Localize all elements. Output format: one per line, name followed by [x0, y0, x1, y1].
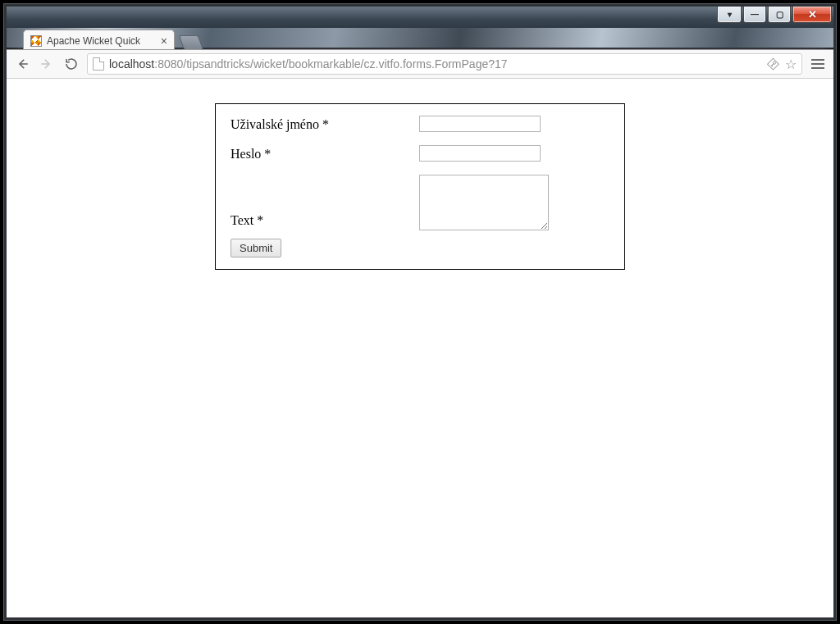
close-icon: ✕ — [808, 9, 817, 20]
gadget-icon: ▾ — [728, 11, 732, 19]
window-gadget-button[interactable]: ▾ — [717, 7, 742, 23]
minimize-icon: — — [751, 11, 759, 19]
nav-reload-button[interactable] — [62, 55, 80, 73]
window-maximize-button[interactable]: ▢ — [768, 7, 791, 23]
tab-title: Apache Wicket Quick — [47, 35, 156, 47]
hamburger-icon — [811, 59, 824, 61]
new-tab-button[interactable] — [179, 35, 204, 50]
window-close-button[interactable]: ✕ — [792, 7, 832, 23]
text-textarea[interactable] — [419, 175, 549, 230]
tab-strip: Apache Wicket Quick × — [7, 28, 833, 51]
password-label: Heslo * — [231, 145, 419, 162]
browser-tab[interactable]: Apache Wicket Quick × — [23, 30, 175, 51]
username-label: Uživalské jméno * — [231, 116, 419, 132]
url-host: localhost — [109, 57, 154, 71]
username-input[interactable] — [419, 116, 541, 132]
text-label: Text * — [231, 212, 419, 230]
chrome-menu-button[interactable] — [809, 55, 827, 73]
window-titlebar: ▾ — ▢ ✕ — [7, 7, 833, 28]
submit-button[interactable]: Submit — [231, 239, 281, 257]
tab-close-icon[interactable]: × — [161, 35, 167, 47]
browser-toolbar: localhost:8080/tipsandtricks/wicket/book… — [7, 49, 833, 79]
favicon-icon — [30, 35, 42, 47]
form-container: Uživalské jméno * Heslo * Text * Submit — [215, 103, 625, 270]
window-minimize-button[interactable]: — — [743, 7, 766, 23]
arrow-left-icon — [15, 57, 30, 71]
bookmark-star-icon[interactable]: ☆ — [785, 57, 797, 72]
page-icon — [93, 57, 104, 71]
password-input[interactable] — [419, 145, 541, 162]
url-path: :8080/tipsandtricks/wicket/bookmarkable/… — [154, 57, 507, 71]
saved-password-icon[interactable]: ⚿ — [765, 56, 782, 72]
address-bar[interactable]: localhost:8080/tipsandtricks/wicket/book… — [87, 53, 802, 75]
nav-forward-button[interactable] — [38, 55, 56, 73]
arrow-right-icon — [39, 57, 54, 71]
page-viewport: Uživalské jméno * Heslo * Text * Submit — [7, 79, 833, 617]
reload-icon — [64, 57, 79, 71]
nav-back-button[interactable] — [13, 55, 31, 73]
maximize-icon: ▢ — [776, 11, 783, 19]
